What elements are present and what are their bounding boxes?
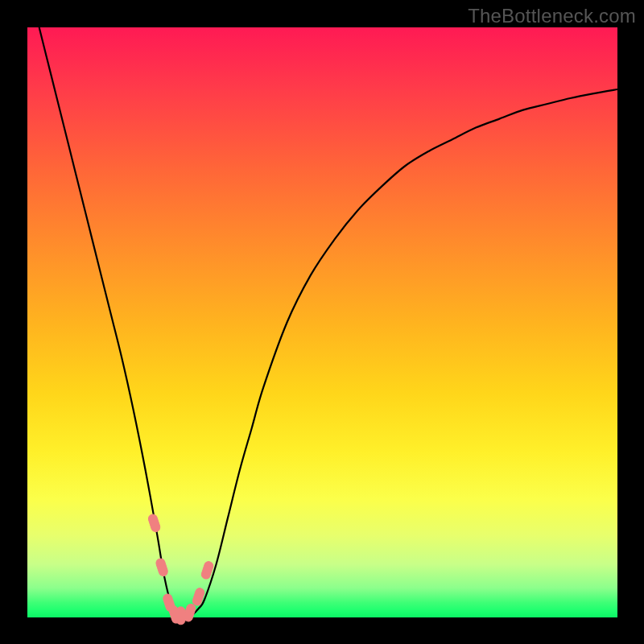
plot-area [27,27,617,617]
bottleneck-curve [27,27,617,617]
sweet-spot-marker [183,603,196,622]
curve-line [39,27,617,618]
sweet-spot-marker [155,558,168,577]
watermark-text: TheBottleneck.com [468,5,636,27]
outer-frame: TheBottleneck.com [0,0,644,644]
marker-layer [147,514,214,625]
sweet-spot-marker [147,514,161,533]
